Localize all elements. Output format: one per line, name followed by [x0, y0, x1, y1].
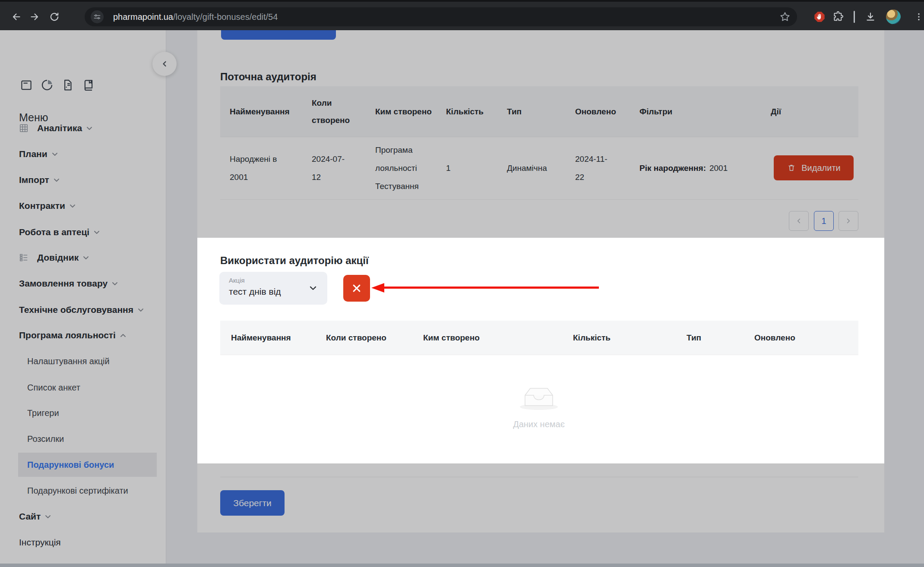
clear-selection-button[interactable]: [343, 275, 370, 302]
current-audience-table-header: НайменуванняКоли створеноКим створеноКіл…: [220, 86, 858, 137]
sidebar-item-active[interactable]: Подарункові бонуси: [18, 453, 157, 477]
list-icon: [19, 253, 28, 262]
sidebar-item-label: Робота в аптеці: [19, 227, 89, 237]
sidebar-item[interactable]: Сайт: [19, 504, 51, 529]
close-icon: [350, 282, 363, 295]
sidebar-item[interactable]: Подарункові сертифікати: [27, 479, 128, 503]
delete-button[interactable]: Видалити: [774, 155, 854, 180]
chevron-down-icon: [83, 256, 89, 260]
screen: pharmapoint.ua/loyalty/gift-bonuses/edit…: [0, 0, 924, 567]
sidebar-item-label: Інструкція: [19, 537, 61, 548]
sidebar-item-label: Програма лояльності: [19, 330, 116, 340]
sidebar-quick-icons: [20, 79, 95, 91]
sidebar-item-label: Подарункові сертифікати: [27, 486, 128, 496]
url-domain: pharmapoint.ua: [113, 12, 173, 22]
sidebar-item-label: Довідник: [37, 252, 79, 263]
sidebar-item[interactable]: Контракти: [19, 194, 76, 218]
extensions-icon[interactable]: [832, 11, 844, 23]
sidebar-item[interactable]: Програма лояльності: [19, 323, 126, 347]
archive-icon[interactable]: [20, 79, 33, 91]
chevron-down-icon: [308, 284, 318, 293]
column-header: Кількість: [562, 321, 676, 355]
column-header: Коли створено: [302, 86, 366, 137]
url-text: pharmapoint.ua/loyalty/gift-bonuses/edit…: [113, 12, 278, 22]
toolbar-separator: [854, 11, 855, 23]
sidebar-item[interactable]: Розсилки: [27, 427, 64, 451]
chevron-down-icon: [54, 178, 60, 182]
chevron-up-icon: [120, 334, 126, 337]
column-header: Коли створено: [315, 321, 412, 355]
empty-box-icon: [517, 382, 560, 413]
column-header: Кількість: [437, 86, 497, 137]
bottom-edge-strip: [0, 564, 924, 567]
sidebar-item-label: Плани: [19, 149, 47, 159]
section-divider: [220, 477, 858, 477]
profile-avatar[interactable]: [886, 9, 901, 24]
column-header: Тип: [676, 321, 744, 355]
pie-chart-icon[interactable]: [41, 79, 54, 91]
pagination-prev-button[interactable]: [789, 211, 809, 231]
empty-state-text: Даних немає: [496, 419, 582, 429]
current-audience-title: Поточна аудиторія: [220, 71, 316, 83]
sidebar-item[interactable]: Список анкет: [27, 375, 80, 400]
add-audience-button-partial[interactable]: [221, 30, 336, 40]
sidebar-item[interactable]: Тригери: [27, 401, 59, 425]
pagination-next-button[interactable]: [839, 211, 858, 231]
reload-icon[interactable]: [47, 9, 62, 25]
sidebar-item-label: Налаштування акцій: [27, 356, 110, 366]
table-cell: 2024-07-12: [302, 137, 366, 199]
bookmark-star-icon[interactable]: [779, 11, 791, 23]
column-header: Оновлено: [566, 86, 630, 137]
site-settings-icon[interactable]: [91, 10, 104, 23]
sidebar-item[interactable]: Технічне обслуговування: [19, 298, 144, 322]
sidebar-item-label: Замовлення товару: [19, 278, 108, 289]
sidebar-item-label: Тригери: [27, 408, 59, 418]
browser-menu-icon[interactable]: [913, 11, 924, 23]
trash-icon: [787, 163, 796, 173]
sidebar-item[interactable]: Аналітика: [19, 116, 92, 140]
sidebar-collapse-button[interactable]: [152, 52, 177, 76]
column-header: Ким створено: [366, 86, 437, 137]
table-cell: 1: [437, 137, 497, 199]
table-cell: Динамічна: [497, 137, 566, 199]
chevron-down-icon: [86, 126, 92, 130]
filter-value: 2001: [709, 164, 728, 173]
book-icon[interactable]: [82, 79, 95, 91]
back-icon[interactable]: [9, 9, 24, 25]
promo-select[interactable]: Акція тест днів від: [219, 272, 327, 305]
annotation-arrow-line: [383, 287, 599, 289]
file-icon[interactable]: [61, 79, 74, 91]
sidebar-item[interactable]: Налаштування акцій: [27, 349, 110, 373]
forward-icon[interactable]: [27, 9, 42, 25]
table-row: Рік народження:2001 Народжені в 20012024…: [220, 137, 858, 200]
table-cell: Програма лояльності Тестування: [366, 137, 437, 199]
use-audience-title: Використати аудиторію акції: [220, 255, 369, 267]
adblock-icon[interactable]: [813, 11, 826, 23]
column-header: Дії: [761, 86, 858, 137]
sidebar-item[interactable]: Замовлення товару: [19, 271, 118, 296]
sidebar-item-label: Технічне обслуговування: [19, 305, 133, 315]
address-bar[interactable]: pharmapoint.ua/loyalty/gift-bonuses/edit…: [85, 7, 797, 26]
grid-icon: [19, 123, 28, 133]
pagination-page-1[interactable]: 1: [814, 211, 834, 231]
chevron-down-icon: [94, 230, 100, 234]
downloads-icon[interactable]: [864, 11, 877, 23]
column-header: Фільтри: [630, 86, 761, 137]
chevron-down-icon: [70, 204, 76, 208]
sidebar-item[interactable]: Імпорт: [19, 168, 60, 192]
chevron-down-icon: [52, 152, 58, 156]
sidebar-item[interactable]: Робота в аптеці: [19, 220, 100, 244]
column-header: Найменування: [220, 321, 315, 355]
save-button[interactable]: Зберегти: [220, 490, 285, 516]
filter-label: Рік народження:: [639, 164, 706, 173]
use-audience-table-header: НайменуванняКоли створеноКим створеноКіл…: [220, 321, 858, 355]
sidebar-item-label: Розсилки: [27, 434, 64, 444]
annotation-arrow-head: [371, 283, 384, 293]
content-card: Поточна аудиторія НайменуванняКоли створ…: [197, 30, 884, 532]
column-header: Оновлено: [744, 321, 858, 355]
sidebar-item[interactable]: Довідник: [19, 246, 89, 270]
sidebar-item[interactable]: Інструкція: [19, 530, 61, 554]
sidebar-item[interactable]: Плани: [19, 142, 58, 166]
filters-cell: Рік народження:2001: [630, 137, 761, 199]
sidebar-item-label: Аналітика: [37, 123, 82, 133]
